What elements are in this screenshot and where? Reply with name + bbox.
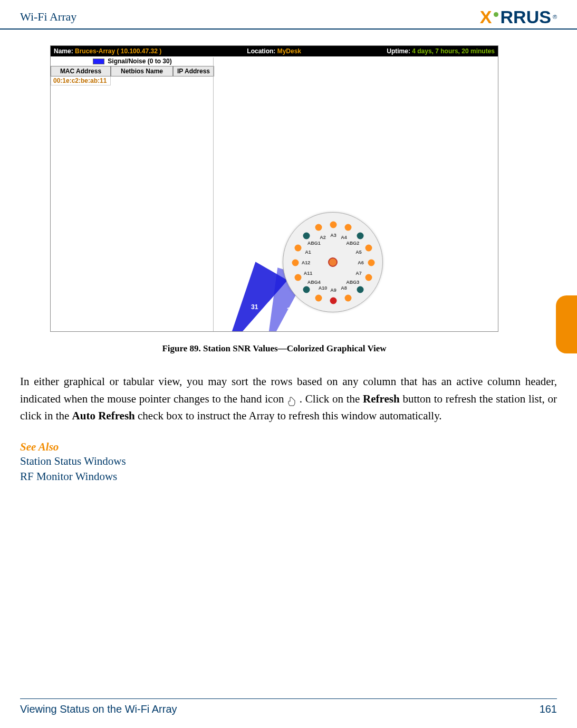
figure-caption: Figure 89. Station SNR Values—Colorized … xyxy=(50,343,498,354)
ap-dot-a7[interactable] xyxy=(365,274,372,281)
legend-swatch-icon xyxy=(93,59,104,64)
refresh-label: Refresh xyxy=(363,392,400,405)
legend-label: Signal/Noise (0 to 30) xyxy=(108,58,171,65)
table-header-row: MAC Address Netbios Name IP Address xyxy=(51,66,214,76)
ap-label-abg2: ABG2 xyxy=(346,241,359,246)
status-name: Name: Bruces-Array ( 10.100.47.32 ) xyxy=(54,47,161,55)
ap-label-a1: A1 xyxy=(305,250,311,255)
ap-dot-abg4[interactable] xyxy=(303,286,310,293)
ap-dot-a6[interactable] xyxy=(368,260,375,266)
table-row[interactable]: 00:1e:c2:be:ab:11 xyxy=(51,76,214,85)
radial-map[interactable]: 31 33 A12A1ABG1A2A3A4ABG2A5A6A7ABG3A8A9A… xyxy=(246,183,409,331)
beam-1-value: 31 xyxy=(251,303,258,311)
cell-mac: 00:1e:c2:be:ab:11 xyxy=(51,76,111,85)
column-netbios[interactable]: Netbios Name xyxy=(111,66,173,76)
ap-dot-a4[interactable] xyxy=(344,224,351,231)
footer-section: Viewing Status on the Wi-Fi Array xyxy=(20,703,177,715)
ap-dot-a5[interactable] xyxy=(365,245,372,252)
page-header: Wi-Fi Array X RRUS ® xyxy=(0,0,577,30)
page-footer: Viewing Status on the Wi-Fi Array 161 xyxy=(20,698,557,715)
ap-label-a5: A5 xyxy=(355,250,362,255)
ap-dot-a10[interactable] xyxy=(315,294,322,301)
array-dial: A12A1ABG1A2A3A4ABG2A5A6A7ABG3A8A9A10ABG4… xyxy=(283,212,383,312)
ap-dot-abg1[interactable] xyxy=(303,233,310,240)
hand-cursor-icon xyxy=(287,395,296,405)
ap-label-abg1: ABG1 xyxy=(307,241,321,246)
ap-dot-a1[interactable] xyxy=(295,245,302,252)
logo-dot-icon xyxy=(494,12,498,17)
auto-refresh-label: Auto Refresh xyxy=(72,409,135,422)
ap-dot-a12[interactable] xyxy=(292,260,299,266)
ap-label-a9: A9 xyxy=(330,288,336,293)
app-status-bar: Name: Bruces-Array ( 10.100.47.32 ) Loca… xyxy=(51,46,498,56)
ap-dot-a8[interactable] xyxy=(344,294,351,301)
header-title: Wi-Fi Array xyxy=(20,10,76,24)
figure-container: Name: Bruces-Array ( 10.100.47.32 ) Loca… xyxy=(50,45,498,354)
ap-label-a3: A3 xyxy=(330,233,336,238)
ap-label-a11: A11 xyxy=(304,271,313,276)
ap-dot-a3[interactable] xyxy=(330,222,337,228)
ap-label-a4: A4 xyxy=(341,235,347,240)
beam-2-value: 33 xyxy=(287,306,294,314)
logo-registered-icon: ® xyxy=(553,14,557,20)
center-icon xyxy=(328,257,338,267)
footer-page-number: 161 xyxy=(540,703,557,715)
brand-logo: X RRUS ® xyxy=(480,7,557,27)
see-also-link-1[interactable]: Station Status Windows xyxy=(0,454,577,469)
ap-label-abg4: ABG4 xyxy=(307,280,321,285)
ap-label-a12: A12 xyxy=(302,260,311,265)
see-also-heading: See Also xyxy=(0,440,577,454)
ap-label-a10: A10 xyxy=(319,285,328,291)
logo-x: X xyxy=(480,7,492,27)
status-location: Location: MyDesk xyxy=(247,47,301,55)
ap-label-a8: A8 xyxy=(341,285,347,291)
see-also-link-2[interactable]: RF Monitor Windows xyxy=(0,469,577,484)
body-paragraph: In either graphical or tabular view, you… xyxy=(0,373,577,425)
ap-dot-abg3[interactable] xyxy=(357,286,363,293)
ap-label-abg3: ABG3 xyxy=(346,280,359,285)
panel-divider xyxy=(213,58,214,331)
status-uptime: Uptime: 4 days, 7 hours, 20 minutes xyxy=(387,47,495,55)
ap-dot-abg2[interactable] xyxy=(357,233,363,240)
column-mac[interactable]: MAC Address xyxy=(51,66,111,76)
ap-dot-a9[interactable] xyxy=(330,298,337,304)
ap-label-a7: A7 xyxy=(355,271,362,276)
ap-label-a6: A6 xyxy=(358,260,364,265)
ap-dot-a11[interactable] xyxy=(295,274,302,281)
logo-rest: RRUS xyxy=(501,7,551,27)
legend: Signal/Noise (0 to 30) xyxy=(51,56,214,66)
ap-label-a2: A2 xyxy=(320,235,326,240)
section-tab-icon xyxy=(556,295,577,353)
column-ip[interactable]: IP Address xyxy=(173,66,214,76)
app-window: Name: Bruces-Array ( 10.100.47.32 ) Loca… xyxy=(50,45,498,332)
ap-dot-a2[interactable] xyxy=(315,224,322,231)
